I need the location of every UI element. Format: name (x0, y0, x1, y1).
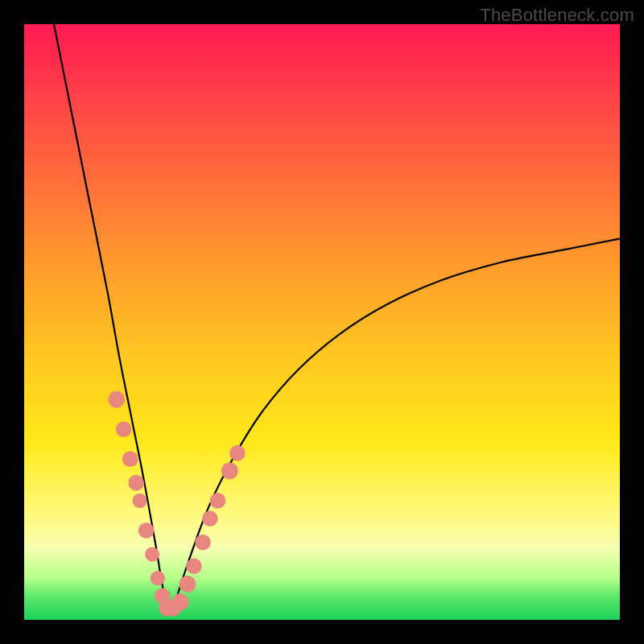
sample-point (221, 463, 238, 480)
watermark-text: TheBottleneck.com (480, 5, 634, 26)
sample-point (171, 593, 188, 610)
sample-point (108, 391, 125, 408)
sample-point (138, 522, 155, 539)
sample-point (122, 451, 138, 467)
sample-point (128, 475, 144, 491)
sample-point (195, 535, 211, 551)
curve-layer (24, 24, 620, 620)
sample-point (179, 576, 196, 592)
sample-point (186, 559, 202, 575)
sample-point (145, 547, 159, 562)
sample-points (108, 391, 245, 617)
sample-point (210, 493, 226, 509)
sample-point (202, 510, 218, 526)
sample-point (151, 571, 165, 585)
sample-point (116, 421, 132, 437)
sample-point (133, 493, 147, 508)
sample-point (229, 445, 246, 461)
chart-frame: TheBottleneck.com (0, 0, 644, 644)
bottleneck-curve (54, 24, 620, 611)
